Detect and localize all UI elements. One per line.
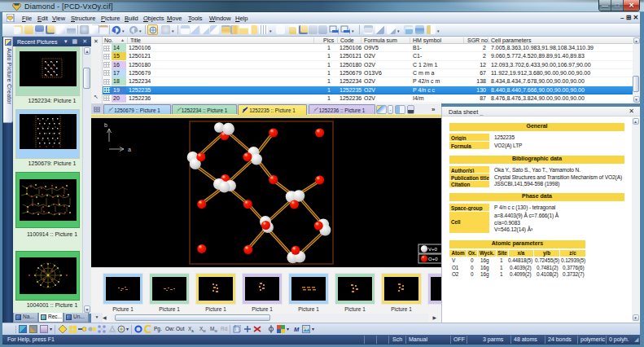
svg-text:a: a [128, 147, 131, 152]
svg-text:V+0: V+0 [428, 247, 438, 252]
svg-text:O+0: O+0 [428, 257, 438, 261]
svg-text:b: b [104, 122, 107, 128]
